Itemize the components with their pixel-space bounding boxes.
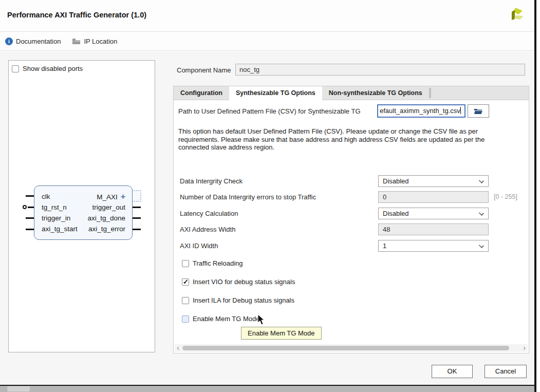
- pattern-file-label: Path to User Defined Pattern File (CSV) …: [178, 107, 361, 115]
- port-trigger-in[interactable]: trigger_in: [42, 213, 70, 223]
- integrity-errors-label: Number of Data Intergrity errors to stop…: [180, 191, 316, 203]
- browse-file-button[interactable]: [468, 104, 489, 118]
- show-disabled-ports-checkbox[interactable]: [12, 65, 19, 72]
- enable-mem-tg-checkbox[interactable]: [182, 315, 189, 323]
- port-axi-tg-error[interactable]: axi_tg_error: [88, 223, 125, 234]
- background-window-strip: [0, 386, 536, 392]
- chevron-down-icon: [479, 178, 484, 183]
- text-caret: [460, 107, 461, 114]
- tab-synthesizable-tg-options[interactable]: Synthesizable TG Options: [229, 86, 322, 101]
- folder-icon: [72, 38, 81, 45]
- port-clk[interactable]: clk: [42, 191, 50, 202]
- mouse-cursor-icon: [257, 314, 266, 326]
- ip-customization-dialog: Performance AXI Traffic Generator (1.0) …: [0, 0, 540, 392]
- insert-vio-checkbox[interactable]: [182, 278, 189, 286]
- dialog-header: Performance AXI Traffic Generator (1.0): [0, 0, 534, 32]
- insert-ila-row: Insert ILA for Debug status signals: [182, 296, 294, 304]
- tg-rst-n-pin[interactable]: [28, 207, 34, 208]
- clk-pin[interactable]: [26, 195, 34, 197]
- pattern-file-input[interactable]: efault_aximm_synth_tg.csv: [377, 104, 465, 118]
- screen-right-gap: [536, 0, 540, 392]
- block-diagram-panel: Show disabled ports clk M_AXI+ tg_rst_n …: [8, 60, 155, 352]
- tab-content: Path to User Defined Pattern File (CSV) …: [174, 101, 529, 353]
- show-disabled-ports-label: Show disabled ports: [23, 65, 83, 72]
- background-window-fragment: [7, 386, 30, 391]
- insert-vio-label: Insert VIO for debug status signals: [193, 278, 295, 286]
- expand-plus-icon[interactable]: +: [121, 192, 125, 201]
- component-name-field[interactable]: noc_tg: [235, 64, 525, 76]
- axi-address-width-field: 48: [378, 223, 489, 235]
- documentation-button[interactable]: i Documentation: [5, 38, 61, 45]
- tab-bar: Configuration Synthesizable TG Options N…: [174, 86, 529, 100]
- active-low-bubble-icon: [23, 205, 27, 209]
- ip-location-button[interactable]: IP Location: [72, 38, 117, 45]
- enable-mem-tg-label: Enable Mem TG Mode: [193, 315, 260, 323]
- latency-calculation-label: Latency Calculation: [180, 208, 238, 219]
- scroll-right-icon[interactable]: ›: [521, 345, 528, 351]
- insert-ila-checkbox[interactable]: [182, 297, 189, 304]
- axi-tg-start-pin[interactable]: [26, 229, 34, 230]
- port-tg-rst-n[interactable]: tg_rst_n: [42, 202, 67, 213]
- trigger-out-pin[interactable]: [133, 207, 141, 208]
- tooltip-text: Enable Mem TG Mode: [248, 329, 315, 337]
- tab-non-synthesizable-tg-options[interactable]: Non-synthesizable TG Options: [322, 86, 429, 100]
- port-axi-tg-start[interactable]: axi_tg_start: [42, 223, 78, 234]
- ip-block[interactable]: clk M_AXI+ tg_rst_n trigger_out trigger_…: [34, 185, 133, 240]
- traffic-reloading-row: Traffic Reloading: [182, 259, 243, 267]
- ip-location-label: IP Location: [84, 38, 117, 45]
- data-integrity-check-label: Data Intergrity Check: [180, 175, 243, 187]
- integrity-errors-field: 0: [378, 191, 489, 203]
- ok-button[interactable]: OK: [432, 365, 473, 378]
- scrollbar-thumb[interactable]: [182, 346, 509, 350]
- horizontal-scrollbar[interactable]: ‹ ›: [175, 344, 528, 352]
- traffic-reloading-label: Traffic Reloading: [193, 259, 243, 267]
- cancel-button[interactable]: Cancel: [485, 365, 527, 378]
- axi-id-width-dropdown[interactable]: 1: [378, 240, 489, 252]
- info-icon: i: [5, 38, 13, 45]
- page-title: Performance AXI Traffic Generator (1.0): [7, 11, 146, 19]
- tab-divider: [429, 88, 431, 98]
- open-folder-icon: [474, 108, 483, 115]
- dialog-toolbar: i Documentation IP Location: [0, 32, 534, 51]
- chevron-down-icon: [479, 211, 484, 216]
- scroll-left-icon[interactable]: ‹: [175, 345, 181, 351]
- port-axi-tg-done[interactable]: axi_tg_done: [87, 213, 125, 223]
- axi-id-width-label: AXI ID Width: [180, 240, 218, 252]
- integrity-errors-range-hint: [0 - 255]: [494, 191, 517, 203]
- show-disabled-ports-row: Show disabled ports: [12, 65, 83, 72]
- trigger-in-pin[interactable]: [26, 217, 34, 219]
- scrollbar-track[interactable]: [181, 345, 521, 351]
- axi-tg-error-pin[interactable]: [133, 229, 141, 230]
- insert-vio-row: Insert VIO for debug status signals: [182, 278, 295, 286]
- options-panel: Configuration Synthesizable TG Options N…: [173, 86, 529, 353]
- component-name-label: Component Name: [177, 66, 231, 74]
- documentation-label: Documentation: [16, 38, 61, 45]
- enable-mem-tg-row: Enable Mem TG Mode: [182, 315, 260, 323]
- tab-configuration[interactable]: Configuration: [174, 86, 229, 100]
- axi-tg-done-pin[interactable]: [133, 217, 141, 219]
- info-paragraph: This option has default User Defined Pat…: [178, 127, 497, 152]
- xilinx-logo-icon: [508, 5, 525, 26]
- data-integrity-check-dropdown[interactable]: Disabled: [378, 175, 489, 187]
- chevron-down-icon: [479, 243, 484, 248]
- traffic-reloading-checkbox[interactable]: [182, 260, 189, 267]
- latency-calculation-dropdown[interactable]: Disabled: [378, 208, 489, 219]
- port-trigger-out[interactable]: trigger_out: [92, 202, 125, 213]
- port-m-axi[interactable]: M_AXI+: [97, 191, 125, 202]
- insert-ila-label: Insert ILA for Debug status signals: [193, 296, 294, 304]
- axi-address-width-label: AXI Address Width: [180, 223, 235, 235]
- tooltip: Enable Mem TG Mode: [241, 327, 322, 340]
